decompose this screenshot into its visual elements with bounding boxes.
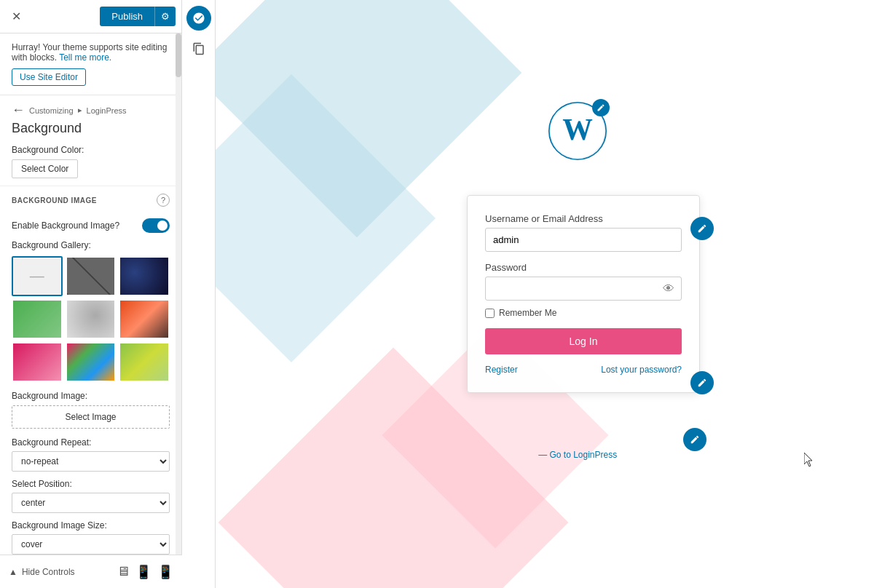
gallery-item-2[interactable] (66, 256, 117, 296)
gallery-item-4-inner (13, 301, 61, 338)
username-label: Username or Email Address (485, 213, 682, 224)
svg-text:W: W (562, 113, 593, 146)
tablet-icon[interactable]: 📱 (135, 564, 151, 580)
bg-image-label: Background Image: (12, 391, 170, 401)
panel-content: ← Customizing ▸ LoginPress Background Ba… (0, 95, 181, 588)
remember-label: Remember Me (499, 308, 556, 318)
desktop-icon[interactable]: 🖥 (117, 564, 130, 580)
login-footer: Register Lost your password? (485, 365, 682, 375)
gallery-item-1[interactable]: — (12, 256, 63, 296)
show-password-icon[interactable]: 👁 (663, 282, 674, 295)
gallery-item-5-inner (67, 301, 115, 338)
publish-group: Publish ⚙ (100, 7, 176, 26)
form-top-edit-icon[interactable] (690, 217, 714, 240)
cursor (804, 453, 816, 464)
gallery-item-5[interactable] (66, 299, 117, 339)
breadcrumb-sep: ▸ (78, 106, 82, 115)
gallery-item-1-inner: — (13, 258, 61, 295)
background-color-label: Background Color: (12, 145, 170, 155)
gallery-item-3-inner (120, 258, 168, 295)
back-arrow[interactable]: ← (12, 103, 25, 118)
settings-button[interactable]: ⚙ (154, 7, 176, 26)
goto-loginpress-link[interactable]: — Go to LoginPress (538, 450, 617, 460)
username-field-group: Username or Email Address (485, 213, 682, 262)
select-color-button[interactable]: Select Color (12, 159, 78, 178)
remember-checkbox[interactable] (485, 309, 495, 318)
enable-background-toggle[interactable] (142, 218, 170, 233)
gallery-item-7-inner (13, 343, 61, 381)
remember-row: Remember Me (485, 308, 682, 318)
wp-logo-container: W (548, 102, 607, 163)
username-input[interactable] (485, 228, 682, 252)
gallery-item-7[interactable] (12, 342, 63, 382)
password-field-group: Password 👁 (485, 262, 682, 301)
enable-background-label: Enable Background Image? (12, 220, 119, 231)
use-site-editor-button[interactable]: Use Site Editor (12, 68, 86, 86)
background-image-title: BACKGROUND IMAGE (12, 196, 97, 204)
gallery-item-2-inner (67, 258, 115, 295)
background-repeat-label: Background Repeat: (12, 437, 170, 448)
customize-icon[interactable] (186, 6, 211, 31)
background-repeat-row: Background Repeat: no-repeat repeat repe… (0, 437, 181, 479)
login-form-container: Username or Email Address Password 👁 Rem… (467, 195, 700, 393)
left-panel: ✕ Publish ⚙ Hurray! Your theme supports … (0, 0, 182, 588)
bg-image-section: Background Image: Select Image (0, 391, 181, 437)
gallery-item-8[interactable] (66, 342, 117, 382)
lost-password-link[interactable]: Lost your password? (601, 365, 682, 375)
gallery-item-9-inner (120, 343, 168, 381)
notification-bar: Hurray! Your theme supports site editing… (0, 33, 181, 95)
tell-me-more-link[interactable]: Tell me more. (59, 52, 111, 63)
gallery-item-6-inner (120, 301, 168, 338)
close-button[interactable]: ✕ (6, 7, 26, 27)
goto-loginpress: — Go to LoginPress (538, 450, 617, 460)
background-image-help[interactable]: ? (157, 194, 170, 207)
top-bar: ✕ Publish ⚙ (0, 0, 181, 33)
background-color-section: Background Color: Select Color (0, 145, 181, 178)
bg-image-size-select[interactable]: cover contain auto (12, 534, 170, 555)
gallery-item-3[interactable] (119, 256, 170, 296)
gallery-item-9[interactable] (119, 342, 170, 382)
logo-edit-icon[interactable] (592, 99, 610, 116)
register-link[interactable]: Register (485, 365, 518, 375)
publish-button[interactable]: Publish (100, 7, 154, 26)
gallery-label: Background Gallery: (0, 240, 181, 256)
breadcrumb-loginpress: LoginPress (87, 106, 127, 115)
background-repeat-select[interactable]: no-repeat repeat repeat-x repeat-y (12, 451, 170, 472)
bg-image-size-label: Background Image Size: (12, 520, 170, 531)
scrollbar-track (176, 33, 181, 563)
select-position-row: Select Position: center top bottom left … (0, 479, 181, 520)
scrollbar-thumb[interactable] (176, 33, 181, 77)
section-title: Background (0, 118, 181, 145)
password-label: Password (485, 262, 682, 273)
gallery-item-8-inner (67, 343, 115, 381)
background-image-header: BACKGROUND IMAGE ? (0, 186, 181, 214)
gallery-item-6[interactable] (119, 299, 170, 339)
hide-controls-icon: ▲ (9, 567, 17, 577)
hide-controls[interactable]: ▲ Hide Controls (9, 567, 75, 577)
select-position-label: Select Position: (12, 479, 170, 489)
lost-pwd-edit-icon[interactable] (683, 428, 706, 451)
password-input[interactable] (485, 277, 682, 301)
pages-icon[interactable] (186, 36, 211, 61)
select-position-select[interactable]: center top bottom left right (12, 493, 170, 513)
preview-area: W Username or Email Address Password 👁 (182, 0, 874, 588)
login-button[interactable]: Log In (485, 328, 682, 354)
login-btn-edit-icon[interactable] (690, 371, 714, 394)
password-wrap: 👁 (485, 277, 682, 301)
hide-controls-label: Hide Controls (22, 567, 75, 577)
select-image-button[interactable]: Select Image (12, 405, 170, 429)
enable-background-row: Enable Background Image? (0, 214, 181, 240)
breadcrumb-customizing: Customizing (29, 106, 74, 115)
breadcrumb: ← Customizing ▸ LoginPress (0, 95, 181, 118)
gallery-item-4[interactable] (12, 299, 63, 339)
mobile-icon[interactable]: 📱 (157, 564, 173, 580)
side-icons-bar (182, 0, 216, 588)
device-icons: 🖥 📱 📱 (117, 564, 173, 580)
gallery-grid: — (0, 256, 181, 382)
bottom-bar: ▲ Hide Controls 🖥 📱 📱 (0, 555, 182, 588)
